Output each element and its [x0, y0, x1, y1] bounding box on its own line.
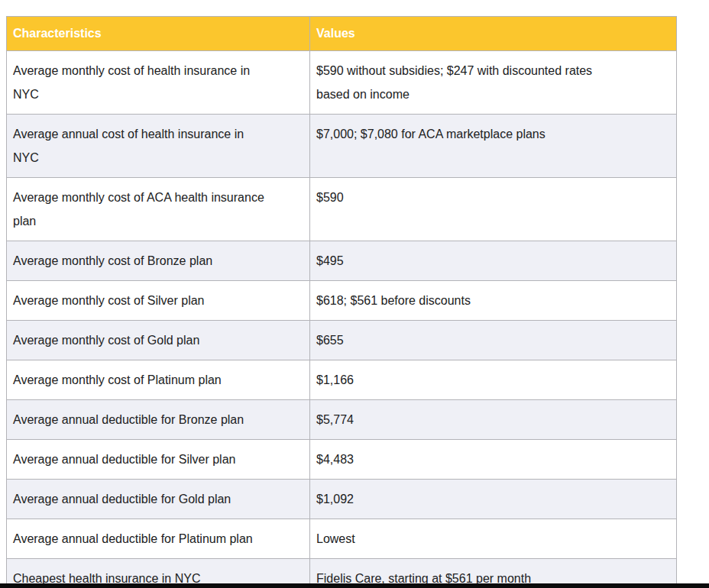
table-row: Average annual deductible for Platinum p… — [7, 519, 677, 559]
characteristic-text: Average monthly cost of Gold plan — [13, 328, 270, 352]
characteristic-cell: Average annual deductible for Platinum p… — [7, 519, 310, 559]
value-cell: Lowest — [310, 519, 677, 559]
viewport-bottom-edge-bar — [0, 583, 709, 588]
value-text: $495 — [316, 249, 614, 273]
value-cell: $590 — [310, 178, 677, 241]
value-text: $7,000; $7,080 for ACA marketplace plans — [316, 122, 614, 146]
characteristic-cell: Average annual deductible for Gold plan — [7, 480, 310, 519]
value-cell: $1,092 — [310, 480, 677, 519]
value-cell: $590 without subsidies; $247 with discou… — [310, 51, 677, 115]
characteristic-cell: Average monthly cost of Bronze plan — [7, 241, 310, 281]
table-row: Average monthly cost of Platinum plan $1… — [7, 360, 677, 400]
characteristic-text: Average annual deductible for Gold plan — [13, 487, 270, 511]
table-row: Average monthly cost of Bronze plan $495 — [7, 241, 677, 281]
value-text: $4,483 — [316, 447, 614, 471]
value-text: $590 without subsidies; $247 with discou… — [316, 59, 614, 106]
table-row: Average monthly cost of health insurance… — [7, 51, 677, 115]
characteristic-text: Average monthly cost of Bronze plan — [13, 249, 270, 273]
table-row: Average annual cost of health insurance … — [7, 115, 677, 178]
characteristic-text: Average annual deductible for Platinum p… — [13, 527, 270, 551]
table-row: Average monthly cost of Gold plan $655 — [7, 321, 677, 360]
table-row: Average monthly cost of Silver plan $618… — [7, 281, 677, 321]
value-text: Lowest — [316, 527, 614, 551]
header-row: Characteristics Values — [7, 17, 677, 51]
table-row: Average annual deductible for Bronze pla… — [7, 400, 677, 440]
characteristic-text: Average annual deductible for Bronze pla… — [13, 408, 270, 431]
table-row: Average annual deductible for Gold plan … — [7, 480, 677, 519]
insurance-characteristics-table: Characteristics Values Average monthly c… — [6, 16, 677, 588]
characteristic-text: Average monthly cost of ACA health insur… — [13, 186, 270, 233]
characteristic-cell: Average monthly cost of health insurance… — [7, 51, 310, 115]
value-cell: $618; $561 before discounts — [310, 281, 677, 321]
value-cell: $495 — [310, 241, 677, 281]
characteristic-cell: Average annual deductible for Bronze pla… — [7, 400, 310, 440]
table-row: Average annual deductible for Silver pla… — [7, 440, 677, 480]
characteristic-text: Average monthly cost of Platinum plan — [13, 368, 270, 392]
characteristic-cell: Average monthly cost of Gold plan — [7, 321, 310, 360]
insurance-table-container: Characteristics Values Average monthly c… — [6, 16, 677, 588]
characteristic-text: Average monthly cost of Silver plan — [13, 289, 270, 312]
value-text: $5,774 — [316, 408, 614, 431]
value-cell: $7,000; $7,080 for ACA marketplace plans — [310, 115, 677, 178]
characteristic-text: Average annual deductible for Silver pla… — [13, 447, 270, 471]
value-text: $1,092 — [316, 487, 614, 511]
value-cell: $5,774 — [310, 400, 677, 440]
value-text: $655 — [316, 328, 614, 352]
characteristic-text: Average annual cost of health insurance … — [13, 122, 270, 170]
characteristic-cell: Average monthly cost of ACA health insur… — [7, 178, 310, 241]
value-text: $618; $561 before discounts — [316, 289, 614, 312]
characteristic-cell: Average monthly cost of Silver plan — [7, 281, 310, 321]
table-row: Average monthly cost of ACA health insur… — [7, 178, 677, 241]
characteristic-cell: Average monthly cost of Platinum plan — [7, 360, 310, 400]
column-header-values: Values — [310, 17, 677, 51]
value-cell: $4,483 — [310, 440, 677, 480]
column-header-characteristics: Characteristics — [7, 17, 310, 51]
value-cell: $655 — [310, 321, 677, 360]
value-cell: $1,166 — [310, 360, 677, 400]
table-body: Average monthly cost of health insurance… — [7, 51, 677, 588]
value-text: $590 — [316, 186, 614, 209]
table-header: Characteristics Values — [7, 17, 677, 51]
characteristic-cell: Average annual deductible for Silver pla… — [7, 440, 310, 480]
value-text: $1,166 — [316, 368, 614, 392]
characteristic-cell: Average annual cost of health insurance … — [7, 115, 310, 178]
characteristic-text: Average monthly cost of health insurance… — [13, 59, 270, 106]
